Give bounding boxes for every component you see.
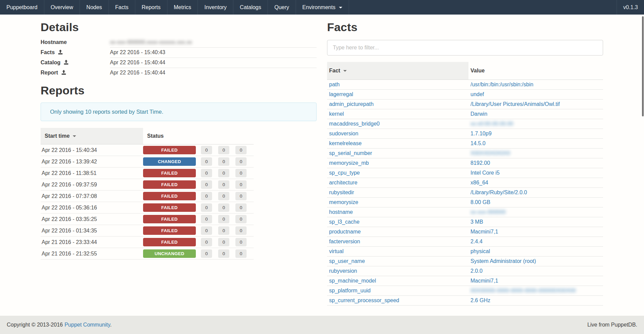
fact-value-link[interactable]: 00X00000-0000-0000-0000-000000X00X00 [470,288,576,293]
fact-value-link[interactable]: Macmini7,1 [470,278,498,284]
nav-brand[interactable]: Puppetboard [0,0,44,15]
fact-value-link[interactable]: Intel Core i5 [470,170,500,176]
nav-link-facts[interactable]: Facts [109,0,135,15]
fact-name-link[interactable]: sp_platform_uuid [329,288,371,293]
fact-name-link[interactable]: virtual [329,248,344,254]
fact-name-link[interactable]: kernelrelease [329,140,362,146]
report-count-badge: 0 [235,203,247,212]
puppet-community-link[interactable]: Puppet Community [65,322,110,328]
report-count-badge: 0 [235,238,247,246]
fact-name-link[interactable]: sp_machine_model [329,278,376,284]
report-count-badge: 0 [201,157,212,166]
fact-name-link[interactable]: admin_picturepath [329,101,374,107]
reports-col-status: Status [143,128,201,144]
nav-item-facts[interactable]: Facts [109,0,135,15]
fact-value-link[interactable]: Macmini7,1 [470,229,498,235]
report-count-badge: 0 [235,169,247,177]
fact-name-link[interactable]: hostname [329,209,353,215]
nav-items: Puppetboard OverviewNodesFactsReportsMet… [0,0,644,15]
nav-link-catalogs[interactable]: Catalogs [233,0,268,15]
facts-col-value: Value [468,62,603,80]
fact-value-link[interactable]: 14.5.0 [470,140,485,146]
report-count-badge: 0 [235,226,247,235]
report-start-time: Apr 22 2016 - 01:34:35 [41,225,143,237]
details-row: Hostname xx-xxx-000000.xxxx-xxxxxx.xxx.x… [41,37,317,47]
nav-link-metrics[interactable]: Metrics [167,0,198,15]
nav-brand-link[interactable]: Puppetboard [0,0,44,15]
nav-item-catalogs[interactable]: Catalogs [233,0,268,15]
fact-value-link[interactable]: 8192.00 [470,160,490,166]
fact-value-link[interactable]: /Library/User Pictures/Animals/Owl.tif [470,101,560,107]
fact-name-link[interactable]: sp_serial_number [329,150,372,156]
nav-item-nodes[interactable]: Nodes [80,0,109,15]
fact-value-link[interactable]: xx:x0:00.00.00.00 [470,121,513,127]
fact-name-link[interactable]: sp_cpu_type [329,170,360,176]
caret-down-icon [339,7,342,8]
facts-sort-fact[interactable]: Fact [327,62,468,80]
fact-value-link[interactable]: /usr/bin:/bin:/usr/sbin:/sbin [470,82,533,87]
nav-item-query[interactable]: Query [268,0,296,15]
fact-name-link[interactable]: architecture [329,180,358,185]
fact-value-link[interactable]: 1.7.10p9 [470,131,491,136]
nav-link-overview[interactable]: Overview [44,0,80,15]
fact-row: sudoversion 1.7.10p9 [327,129,603,139]
fact-value-link[interactable]: undef [470,91,484,97]
fact-name-link[interactable]: sudoversion [329,131,358,136]
nav-item-inventory[interactable]: Inventory [198,0,233,15]
report-start-time: Apr 22 2016 - 07:37:08 [41,191,143,202]
details-title: Details [41,21,317,34]
fact-name-link[interactable]: sp_l3_cache [329,219,360,225]
puppetboard-page: Puppetboard OverviewNodesFactsReportsMet… [0,0,644,334]
nav-item-metrics[interactable]: Metrics [167,0,198,15]
report-count-badge: 0 [235,146,247,154]
nav-link-reports[interactable]: Reports [135,0,167,15]
fact-value-link[interactable]: /Library/Ruby/Site/2.0.0 [470,190,527,195]
fact-value-link[interactable]: 3 MB [470,219,483,225]
fact-name-link[interactable]: memorysize [329,199,358,205]
environments-dropdown[interactable]: Environments [296,0,349,15]
detail-value: Apr 22 2016 - 15:40:44 [110,70,165,75]
report-count-badge: 0 [201,169,212,177]
fact-name-link[interactable]: facterversion [329,239,360,244]
fact-value-link[interactable]: xx-xxx-000000 [470,209,506,215]
nav-item-overview[interactable]: Overview [44,0,80,15]
fact-name-link[interactable]: rubysitedir [329,190,354,195]
reports-sort-start-time[interactable]: Start time [41,128,143,144]
fact-name-link[interactable]: sp_current_processor_speed [329,297,399,303]
nav-link-query[interactable]: Query [268,0,296,15]
nav-item-environments[interactable]: Environments [296,0,349,15]
fact-name-link[interactable]: productname [329,229,361,235]
facts-filter-input[interactable] [327,40,603,55]
sort-desc-caret-icon [343,70,347,72]
report-status-badge: FAILED [143,238,196,246]
report-start-time: Apr 22 2016 - 05:36:16 [41,202,143,214]
fact-name-link[interactable]: macaddress_bridge0 [329,121,380,127]
fact-value-link[interactable]: x86_64 [470,180,488,185]
fact-value-link[interactable]: 8.00 GB [470,199,490,205]
nav-link-nodes[interactable]: Nodes [80,0,108,15]
nav-link-inventory[interactable]: Inventory [198,0,233,15]
fact-name-link[interactable]: path [329,82,340,87]
fact-value-link[interactable]: X00XX0X0X0X0 [470,150,510,156]
upload-icon[interactable] [61,70,66,75]
fact-name-link[interactable]: kernel [329,111,344,117]
fact-value-link[interactable]: Darwin [470,111,487,117]
fact-value-link[interactable]: 2.6 GHz [470,297,490,303]
fact-name-link[interactable]: sp_user_name [329,258,365,264]
vertical-scrollbar-thumb[interactable] [642,16,644,116]
upload-icon[interactable] [58,49,63,55]
upload-icon[interactable] [64,60,69,65]
detail-label: Hostname [41,39,67,45]
fact-row: sp_user_name System Administrator (root) [327,257,603,266]
copyright-text: Copyright © 2013-2016 [7,322,63,328]
fact-name-link[interactable]: lagerregal [329,91,353,97]
fact-value-link[interactable]: 2.0.0 [470,268,483,274]
fact-value-link[interactable]: System Administrator (root) [470,258,536,264]
report-start-time: Apr 21 2016 - 23:33:44 [41,237,143,248]
report-count-badge: 0 [218,169,229,177]
nav-item-reports[interactable]: Reports [135,0,167,15]
fact-value-link[interactable]: 2.4.4 [470,239,483,244]
fact-name-link[interactable]: rubyversion [329,268,357,274]
fact-name-link[interactable]: memorysize_mb [329,160,369,166]
fact-value-link[interactable]: physical [470,248,490,254]
